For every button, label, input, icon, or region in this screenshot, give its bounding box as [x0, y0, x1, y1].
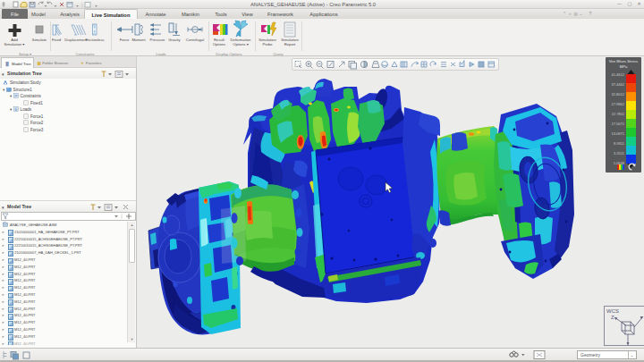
svg-text:41.4612: 41.4612	[612, 72, 625, 77]
svg-text:32.8012: 32.8012	[612, 92, 625, 97]
svg-text:27.9862: 27.9862	[612, 102, 625, 106]
svg-text:3.2511: 3.2511	[614, 151, 625, 156]
svg-text:17.5671: 17.5671	[612, 122, 625, 126]
svg-text:13.0871: 13.0871	[612, 131, 625, 136]
svg-text:22.7811: 22.7811	[612, 112, 625, 116]
svg-text:WCS: WCS	[606, 308, 619, 314]
svg-text:Z: Z	[611, 315, 614, 320]
svg-text:1.0648: 1.0648	[614, 161, 625, 165]
svg-text:37.4462: 37.4462	[612, 82, 625, 87]
svg-text:8.9311: 8.9311	[614, 141, 625, 146]
